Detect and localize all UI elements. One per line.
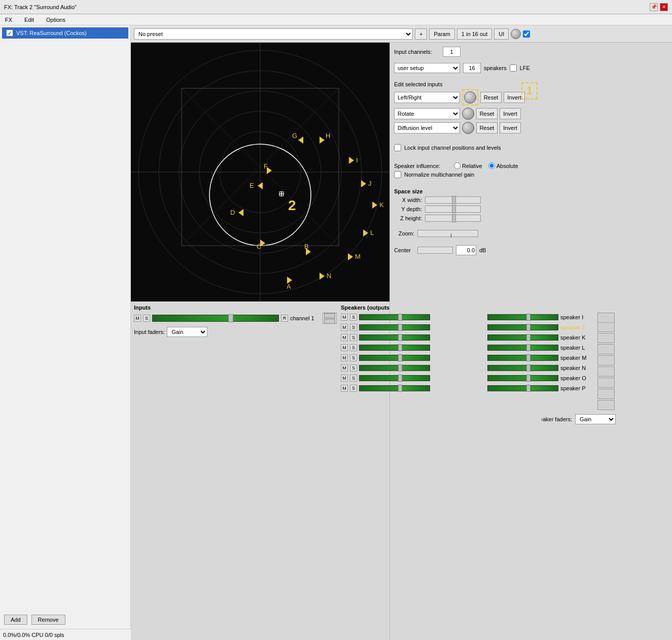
normalize-checkbox[interactable]	[394, 171, 401, 178]
spk-a-fader[interactable]	[359, 314, 430, 320]
mute-button[interactable]: M	[134, 315, 141, 322]
spk-k-thumb[interactable]	[526, 334, 530, 341]
spk-end-6[interactable]	[597, 378, 615, 388]
speakers-count-input[interactable]	[463, 63, 481, 73]
spk-l-fader[interactable]	[487, 345, 558, 351]
preset-dropdown[interactable]: No preset	[134, 28, 413, 40]
plugin-enable-checkbox[interactable]: ✓	[6, 29, 13, 37]
spk-end-2[interactable]	[597, 333, 615, 343]
spk-e-fader[interactable]	[359, 355, 430, 361]
z-height-slider[interactable]	[425, 215, 481, 222]
spk-p-thumb[interactable]	[526, 385, 530, 392]
io-button[interactable]: 1 in 16 out	[457, 28, 492, 40]
spk-e-thumb[interactable]	[398, 354, 402, 361]
menu-fx[interactable]: FX	[2, 16, 15, 24]
spk-i-thumb[interactable]	[526, 314, 530, 321]
spk-d-s[interactable]: S	[350, 344, 357, 351]
spk-g-m[interactable]: M	[341, 375, 348, 382]
input-channels-input[interactable]	[443, 47, 461, 57]
spk-b-s[interactable]: S	[350, 324, 357, 331]
add-preset-button[interactable]: +	[415, 28, 427, 40]
remove-button[interactable]: Remove	[31, 615, 65, 625]
spk-o-thumb[interactable]	[526, 375, 530, 382]
z-height-thumb[interactable]	[452, 214, 456, 222]
speaker-faders-select[interactable]: Gain	[575, 414, 616, 424]
master-knob[interactable]	[511, 29, 521, 39]
spk-n-fader[interactable]	[487, 365, 558, 371]
spk-g-thumb[interactable]	[398, 375, 402, 382]
spk-j-thumb[interactable]	[526, 324, 530, 331]
x-width-thumb[interactable]	[452, 196, 456, 204]
spk-m-fader[interactable]	[487, 355, 558, 361]
y-depth-thumb[interactable]	[452, 205, 456, 213]
spk-a-m[interactable]: M	[341, 314, 348, 321]
param-1-dropdown[interactable]: Left/Right	[394, 92, 460, 103]
spk-a-s[interactable]: S	[350, 314, 357, 321]
spk-j-fader[interactable]	[487, 324, 558, 330]
spk-h-fader[interactable]	[359, 385, 430, 391]
spk-end-top[interactable]	[597, 313, 615, 332]
solo-button[interactable]: S	[143, 315, 150, 322]
surround-canvas[interactable]: G H I J K	[131, 43, 390, 301]
spk-g-fader[interactable]	[359, 375, 430, 381]
setup-dropdown[interactable]: user setup	[394, 63, 460, 73]
param-3-invert[interactable]: Invert	[500, 122, 521, 133]
spk-d-thumb[interactable]	[398, 344, 402, 351]
spk-l-thumb[interactable]	[526, 344, 530, 351]
spk-c-m[interactable]: M	[341, 334, 348, 341]
lfe-checkbox[interactable]	[510, 64, 517, 72]
spk-end-8[interactable]	[597, 400, 615, 410]
param-2-knob[interactable]	[462, 108, 474, 120]
spk-n-thumb[interactable]	[526, 364, 530, 372]
absolute-radio[interactable]	[488, 162, 495, 169]
spk-h-s[interactable]: S	[350, 385, 357, 392]
spk-i-fader[interactable]	[487, 314, 558, 320]
center-value-input[interactable]	[456, 245, 476, 255]
param-2-dropdown[interactable]: Rotate	[394, 108, 460, 119]
zoom-slider[interactable]	[417, 230, 478, 237]
channel-end-btn[interactable]	[323, 313, 337, 324]
ui-button[interactable]: UI	[494, 28, 509, 40]
spk-end-4[interactable]	[597, 355, 615, 365]
param-2-invert[interactable]: Invert	[500, 108, 521, 119]
spk-b-thumb[interactable]	[398, 324, 402, 331]
fader-thumb[interactable]	[228, 314, 233, 322]
relative-option[interactable]: Relative	[454, 162, 482, 169]
plugin-active-checkbox[interactable]	[523, 30, 530, 38]
spk-end-5[interactable]	[597, 366, 615, 377]
spk-h-m[interactable]: M	[341, 385, 348, 392]
param-1-reset[interactable]: Reset	[480, 92, 502, 103]
close-button[interactable]: ✕	[660, 3, 668, 11]
param-3-reset[interactable]: Reset	[476, 122, 498, 133]
spk-f-thumb[interactable]	[398, 364, 402, 372]
menu-options[interactable]: Options	[43, 16, 68, 24]
spk-d-m[interactable]: M	[341, 344, 348, 351]
spk-h-thumb[interactable]	[398, 385, 402, 392]
param-button[interactable]: Param	[429, 28, 454, 40]
y-depth-slider[interactable]	[425, 206, 481, 213]
center-slider[interactable]	[417, 247, 453, 254]
param-3-dropdown[interactable]: Diffusion level	[394, 122, 460, 133]
spk-m-thumb[interactable]	[526, 354, 530, 361]
spk-f-s[interactable]: S	[350, 364, 357, 372]
absolute-option[interactable]: Absolute	[488, 162, 518, 169]
channel-fader[interactable]	[152, 315, 279, 322]
spk-c-fader[interactable]	[359, 334, 430, 341]
spk-p-fader[interactable]	[487, 385, 558, 391]
spk-c-s[interactable]: S	[350, 334, 357, 341]
spk-e-m[interactable]: M	[341, 354, 348, 361]
spk-b-fader[interactable]	[359, 324, 430, 330]
param-1-knob[interactable]	[464, 91, 476, 104]
spk-f-fader[interactable]	[359, 365, 430, 371]
param-2-reset[interactable]: Reset	[476, 108, 498, 119]
spk-end-3[interactable]	[597, 344, 615, 354]
lock-checkbox[interactable]	[394, 144, 401, 151]
spk-a-thumb[interactable]	[398, 314, 402, 321]
input-faders-select[interactable]: Gain	[167, 327, 207, 337]
spk-e-s[interactable]: S	[350, 354, 357, 361]
sidebar-item-plugin[interactable]: ✓ VST: ReaSurround (Cockos)	[2, 27, 128, 39]
spk-g-s[interactable]: S	[350, 375, 357, 382]
pin-button[interactable]: 📌	[650, 3, 658, 11]
add-button[interactable]: Add	[4, 615, 27, 625]
r-button[interactable]: R	[281, 315, 288, 322]
